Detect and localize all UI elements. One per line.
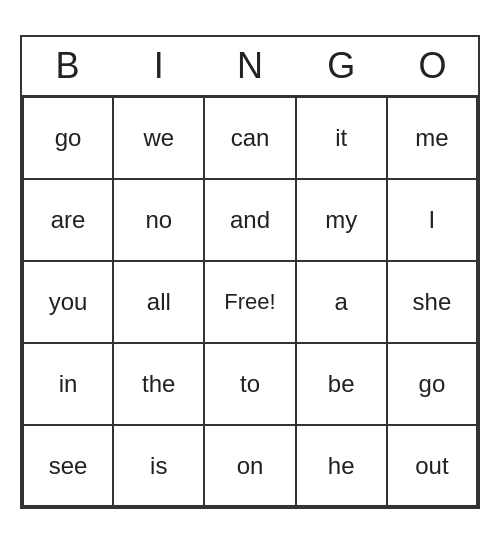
cell-r1-c0: are xyxy=(22,179,113,261)
cell-r3-c1: the xyxy=(113,343,204,425)
cell-r3-c3: be xyxy=(296,343,387,425)
cell-r1-c1: no xyxy=(113,179,204,261)
bingo-grid: gowecanitmearenoandmyIyouallFree!asheint… xyxy=(22,95,478,507)
header-letter: O xyxy=(387,37,478,95)
cell-r0-c0: go xyxy=(22,97,113,179)
cell-r4-c0: see xyxy=(22,425,113,507)
cell-r2-c1: all xyxy=(113,261,204,343)
cell-r2-c3: a xyxy=(296,261,387,343)
cell-r1-c4: I xyxy=(387,179,478,261)
header-letter: G xyxy=(296,37,387,95)
cell-r3-c0: in xyxy=(22,343,113,425)
cell-r2-c4: she xyxy=(387,261,478,343)
cell-r4-c2: on xyxy=(204,425,295,507)
cell-r2-c2: Free! xyxy=(204,261,295,343)
cell-r4-c3: he xyxy=(296,425,387,507)
cell-r4-c1: is xyxy=(113,425,204,507)
bingo-card: BINGO gowecanitmearenoandmyIyouallFree!a… xyxy=(20,35,480,509)
cell-r0-c2: can xyxy=(204,97,295,179)
cell-r2-c0: you xyxy=(22,261,113,343)
cell-r1-c2: and xyxy=(204,179,295,261)
header-letter: B xyxy=(22,37,113,95)
cell-r4-c4: out xyxy=(387,425,478,507)
cell-r0-c1: we xyxy=(113,97,204,179)
header-letter: N xyxy=(204,37,295,95)
cell-r3-c2: to xyxy=(204,343,295,425)
header-letter: I xyxy=(113,37,204,95)
cell-r0-c4: me xyxy=(387,97,478,179)
cell-r0-c3: it xyxy=(296,97,387,179)
cell-r1-c3: my xyxy=(296,179,387,261)
cell-r3-c4: go xyxy=(387,343,478,425)
bingo-header: BINGO xyxy=(22,37,478,95)
